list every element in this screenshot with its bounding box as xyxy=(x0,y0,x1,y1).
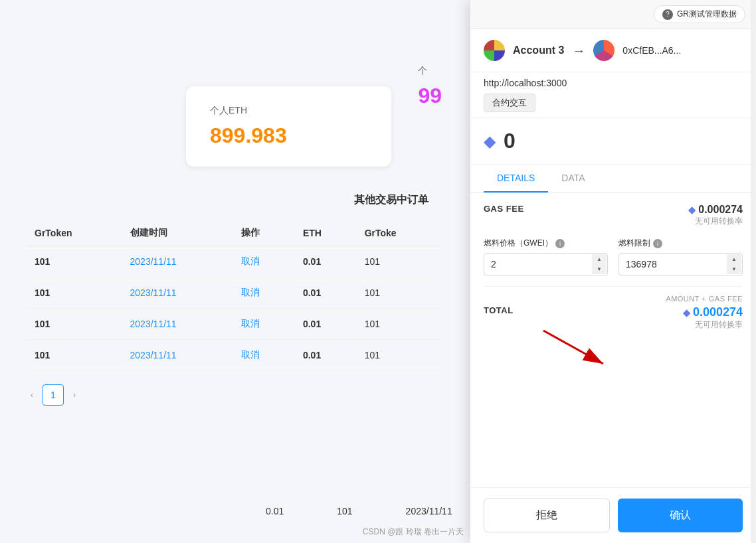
tab-data[interactable]: DATA xyxy=(548,165,598,193)
main-page: 个人ETH 899.983 个 99 其他交易中订单 GrToken 创建时间 … xyxy=(0,0,756,543)
popup-scrollbar[interactable] xyxy=(751,0,756,543)
tab-details[interactable]: DETAILS xyxy=(484,165,548,193)
gr-label: GR测试管理数据 xyxy=(677,9,737,20)
csdn-watermark: CSDN @跟 玲瑞 卷出一片天 xyxy=(363,526,464,538)
eth-zero-value: 0 xyxy=(504,129,516,153)
gas-fee-label: GAS FEE xyxy=(484,204,524,214)
total-value: ◆ 0.000274 无可用转换率 xyxy=(683,305,743,331)
table-row: 101 2023/11/11 取消 0.01 101 xyxy=(27,277,442,309)
bottom-eth: 0.01 xyxy=(266,506,284,530)
gas-limit-group: 燃料限制 i ▲ ▼ xyxy=(618,238,743,275)
cell-grtoken: 101 xyxy=(27,277,122,309)
eth-card: 个人ETH 899.983 xyxy=(186,86,391,167)
cell-grtoken2: 101 xyxy=(357,309,442,340)
table-row: 101 2023/11/11 取消 0.01 101 xyxy=(27,246,442,277)
col-header-grtoken2: GrToke xyxy=(357,220,442,246)
gas-price-up-btn[interactable]: ▲ xyxy=(592,254,607,264)
url-bar: http://localhost:3000 合约交互 xyxy=(470,72,756,118)
gas-limit-up-btn[interactable]: ▲ xyxy=(727,254,741,264)
account-avatar xyxy=(593,40,614,61)
gas-limit-stepper: ▲ ▼ xyxy=(727,254,741,274)
gas-price-info-icon: i xyxy=(555,239,565,248)
col-header-date: 创建时间 xyxy=(122,220,234,246)
popup-buttons: 拒绝 确认 xyxy=(470,487,756,543)
total-sub: 无可用转换率 xyxy=(683,319,743,331)
svg-line-1 xyxy=(543,331,603,364)
total-eth: ◆ 0.000274 xyxy=(683,305,743,319)
cell-date: 2023/11/11 xyxy=(122,246,234,277)
col-header-action: 操作 xyxy=(233,220,295,246)
eth-card-label: 个人ETH xyxy=(210,105,367,117)
eth-logo-icon: ◆ xyxy=(484,132,496,151)
gas-limit-input[interactable] xyxy=(618,253,743,275)
tabs-row: DETAILS DATA xyxy=(470,165,756,193)
gas-inputs: 燃料价格（GWEI） i ▲ ▼ 燃料限制 xyxy=(484,238,743,275)
eth-card2: 个 99 xyxy=(405,46,455,167)
cell-eth: 0.01 xyxy=(295,309,357,340)
gas-price-down-btn[interactable]: ▼ xyxy=(592,264,607,274)
gas-price-stepper: ▲ ▼ xyxy=(592,254,607,274)
cell-grtoken2: 101 xyxy=(357,277,442,309)
cell-eth: 0.01 xyxy=(295,340,357,371)
popup-topbar: ? GR测试管理数据 xyxy=(470,0,756,29)
col-header-grtoken: GrToken xyxy=(27,220,122,246)
account-row: Account 3 → 0xCfEB...A6... xyxy=(470,29,756,72)
eth-card2-label: 个 xyxy=(418,65,442,77)
total-eth-amount: 0.000274 xyxy=(693,305,743,319)
eth-amount-row: ◆ 0 xyxy=(470,118,756,165)
account-icon xyxy=(484,40,505,61)
cell-grtoken2: 101 xyxy=(357,246,442,277)
cell-date: 2023/11/11 xyxy=(122,277,234,309)
cell-grtoken: 101 xyxy=(27,340,122,371)
cell-action[interactable]: 取消 xyxy=(233,277,295,309)
contract-badge: 合约交互 xyxy=(484,94,535,112)
cell-date: 2023/11/11 xyxy=(122,309,234,340)
pagination: ‹ 1 › xyxy=(13,384,455,406)
reject-button[interactable]: 拒绝 xyxy=(484,499,610,532)
table-row: 101 2023/11/11 取消 0.01 101 xyxy=(27,309,442,340)
gas-price-group: 燃料价格（GWEI） i ▲ ▼ xyxy=(484,238,608,275)
orders-table: GrToken 创建时间 操作 ETH GrToke 101 2023/11/1… xyxy=(27,220,442,371)
red-arrow-svg xyxy=(523,324,630,377)
cell-action[interactable]: 取消 xyxy=(233,309,295,340)
left-content: 个人ETH 899.983 个 99 其他交易中订单 GrToken 创建时间 … xyxy=(0,0,468,543)
gas-limit-down-btn[interactable]: ▼ xyxy=(727,264,741,274)
cell-date: 2023/11/11 xyxy=(122,340,234,371)
cell-grtoken: 101 xyxy=(27,309,122,340)
gr-badge: ? GR测试管理数据 xyxy=(654,5,745,23)
account-name: Account 3 xyxy=(513,44,564,56)
pagination-prev[interactable]: ‹ xyxy=(27,388,37,402)
cell-eth: 0.01 xyxy=(295,277,357,309)
pagination-next[interactable]: › xyxy=(69,388,80,402)
cell-grtoken2: 101 xyxy=(357,340,442,371)
popup-inner: Account 3 → 0xCfEB...A6... http://localh… xyxy=(470,29,756,487)
gas-limit-wrapper: ▲ ▼ xyxy=(618,253,743,275)
eth-card-value: 899.983 xyxy=(210,123,367,148)
gas-limit-label: 燃料限制 i xyxy=(618,238,743,249)
section-title: 其他交易中订单 xyxy=(13,193,455,207)
col-header-eth: ETH xyxy=(295,220,357,246)
eth-small-icon: ◆ xyxy=(688,204,696,215)
gas-fee-sub: 无可用转换率 xyxy=(688,216,743,227)
cell-eth: 0.01 xyxy=(295,246,357,277)
confirm-button[interactable]: 确认 xyxy=(618,499,743,532)
gas-price-wrapper: ▲ ▼ xyxy=(484,253,608,275)
total-eth-icon: ◆ xyxy=(683,307,690,318)
cell-action[interactable]: 取消 xyxy=(233,340,295,371)
gas-price-input[interactable] xyxy=(484,253,608,275)
gas-price-label: 燃料价格（GWEI） i xyxy=(484,238,608,249)
gas-fee-amount: 0.000274 xyxy=(698,204,743,216)
details-content: GAS FEE ◆ 0.000274 无可用转换率 燃料价格（GWEI） xyxy=(470,193,756,487)
total-label: TOTAL xyxy=(484,305,514,315)
cell-action[interactable]: 取消 xyxy=(233,246,295,277)
gas-limit-info-icon: i xyxy=(653,239,662,248)
gas-fee-row: GAS FEE ◆ 0.000274 无可用转换率 xyxy=(484,204,743,227)
account-address: 0xCfEB...A6... xyxy=(622,45,681,56)
cell-grtoken: 101 xyxy=(27,246,122,277)
arrow-right-icon: → xyxy=(572,43,585,58)
total-header: AMOUNT + GAS FEE xyxy=(484,295,743,303)
page-1-btn[interactable]: 1 xyxy=(43,384,64,406)
bottom-grtoken: 101 xyxy=(337,506,352,530)
orders-table-container: GrToken 创建时间 操作 ETH GrToke 101 2023/11/1… xyxy=(13,220,455,371)
gas-fee-value: ◆ 0.000274 无可用转换率 xyxy=(688,204,743,227)
